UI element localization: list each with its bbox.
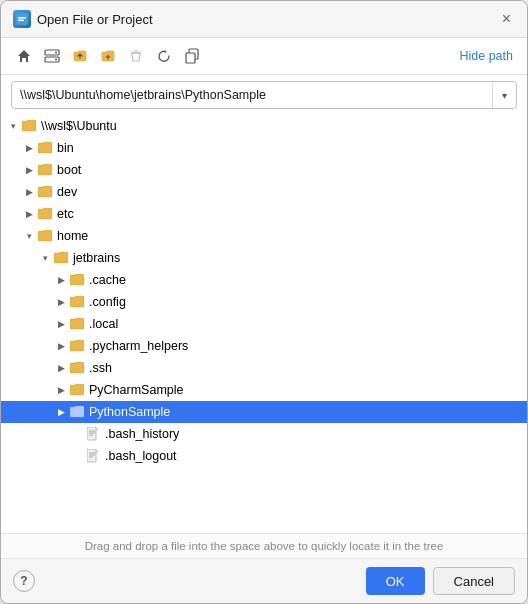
- tree-item[interactable]: ▾ home: [1, 225, 527, 247]
- item-label: .config: [89, 296, 126, 309]
- folder-icon: [69, 360, 85, 376]
- folder-up-btn[interactable]: [67, 44, 93, 68]
- expand-arrow: ▶: [53, 404, 69, 420]
- expand-arrow: ▶: [21, 184, 37, 200]
- item-label: home: [57, 230, 88, 243]
- app-icon: [13, 10, 31, 28]
- folder-icon: [69, 404, 85, 420]
- expand-arrow: ▾: [5, 118, 21, 134]
- tree-item[interactable]: ▶ .cache: [1, 269, 527, 291]
- item-label: jetbrains: [73, 252, 120, 265]
- path-bar: ▾: [11, 81, 517, 109]
- tree-item[interactable]: ▶ .ssh: [1, 357, 527, 379]
- help-button[interactable]: ?: [13, 570, 35, 592]
- button-bar: ? OK Cancel: [1, 559, 527, 603]
- close-button[interactable]: ×: [498, 9, 515, 29]
- item-label: PythonSample: [89, 406, 170, 419]
- tree-item[interactable]: ▶ bin: [1, 137, 527, 159]
- tree-item[interactable]: .bash_logout: [1, 445, 527, 467]
- item-label: PyCharmSample: [89, 384, 183, 397]
- expand-arrow: ▶: [53, 360, 69, 376]
- drag-hint: Drag and drop a file into the space abov…: [1, 534, 527, 559]
- delete-btn[interactable]: [123, 44, 149, 68]
- folder-icon: [37, 140, 53, 156]
- tree-item[interactable]: ▶ etc: [1, 203, 527, 225]
- new-folder-btn[interactable]: [95, 44, 121, 68]
- item-label: bin: [57, 142, 74, 155]
- expand-arrow: ▶: [53, 382, 69, 398]
- path-dropdown-btn[interactable]: ▾: [492, 82, 516, 108]
- expand-arrow: ▶: [21, 140, 37, 156]
- svg-rect-2: [18, 20, 24, 22]
- item-label: boot: [57, 164, 81, 177]
- item-label: .bash_history: [105, 428, 179, 441]
- svg-rect-0: [16, 13, 28, 25]
- expand-arrow: ▶: [21, 162, 37, 178]
- item-label: .local: [89, 318, 118, 331]
- expand-arrow: ▶: [21, 206, 37, 222]
- tree-item[interactable]: .bash_history: [1, 423, 527, 445]
- tree-item[interactable]: ▶ PyCharmSample: [1, 379, 527, 401]
- expand-arrow: ▾: [37, 250, 53, 266]
- cancel-button[interactable]: Cancel: [433, 567, 515, 595]
- item-label: .bash_logout: [105, 450, 177, 463]
- svg-point-6: [55, 59, 57, 61]
- tree-item[interactable]: ▶ .pycharm_helpers: [1, 335, 527, 357]
- dialog: Open File or Project ×: [0, 0, 528, 604]
- expand-arrow: ▶: [53, 338, 69, 354]
- folder-icon: [37, 228, 53, 244]
- expand-arrow: ▶: [53, 294, 69, 310]
- folder-icon: [69, 338, 85, 354]
- server-btn[interactable]: [39, 44, 65, 68]
- file-tree: ▾ \\wsl$\Ubuntu ▶ bin ▶ boot ▶: [1, 115, 527, 534]
- folder-icon: [37, 206, 53, 222]
- expand-arrow: ▾: [21, 228, 37, 244]
- item-label: dev: [57, 186, 77, 199]
- folder-icon: [69, 316, 85, 332]
- tree-item[interactable]: ▶ dev: [1, 181, 527, 203]
- folder-icon: [37, 162, 53, 178]
- expand-arrow: ▶: [53, 272, 69, 288]
- tree-item[interactable]: ▶ .config: [1, 291, 527, 313]
- tree-item[interactable]: ▶ .local: [1, 313, 527, 335]
- svg-rect-1: [18, 17, 26, 19]
- copy-path-btn[interactable]: [179, 44, 205, 68]
- svg-rect-9: [87, 427, 96, 440]
- folder-icon: [69, 382, 85, 398]
- svg-point-5: [55, 52, 57, 54]
- item-label: etc: [57, 208, 74, 221]
- folder-icon: [69, 272, 85, 288]
- item-label: .pycharm_helpers: [89, 340, 188, 353]
- toolbar: Hide path: [1, 38, 527, 75]
- svg-rect-13: [87, 449, 96, 462]
- item-label: \\wsl$\Ubuntu: [41, 120, 117, 133]
- tree-item[interactable]: ▾ \\wsl$\Ubuntu: [1, 115, 527, 137]
- hide-path-button[interactable]: Hide path: [455, 47, 517, 65]
- tree-item[interactable]: ▶ boot: [1, 159, 527, 181]
- file-icon: [85, 448, 101, 464]
- path-input[interactable]: [12, 88, 492, 102]
- item-label: .ssh: [89, 362, 112, 375]
- title-bar: Open File or Project ×: [1, 1, 527, 38]
- svg-rect-8: [186, 53, 195, 63]
- refresh-btn[interactable]: [151, 44, 177, 68]
- home-btn[interactable]: [11, 44, 37, 68]
- tree-item[interactable]: ▾ jetbrains: [1, 247, 527, 269]
- tree-item-selected[interactable]: ▶ PythonSample: [1, 401, 527, 423]
- ok-button[interactable]: OK: [366, 567, 425, 595]
- item-label: .cache: [89, 274, 126, 287]
- folder-icon: [69, 294, 85, 310]
- file-icon: [85, 426, 101, 442]
- expand-arrow: ▶: [53, 316, 69, 332]
- folder-icon: [21, 118, 37, 134]
- folder-icon: [37, 184, 53, 200]
- folder-icon: [53, 250, 69, 266]
- dialog-title: Open File or Project: [37, 12, 498, 27]
